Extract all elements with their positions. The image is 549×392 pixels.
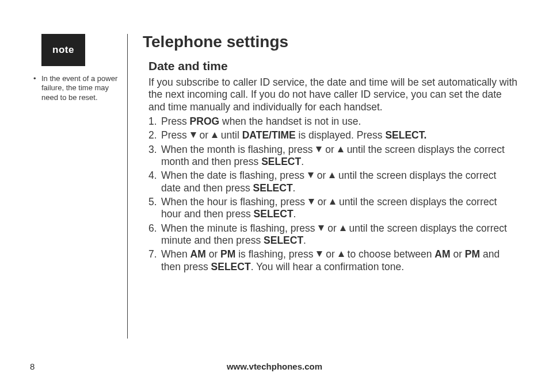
text: or bbox=[197, 129, 211, 141]
step-body: When the date is flashing, press or unti… bbox=[161, 170, 518, 194]
down-arrow-icon bbox=[308, 172, 314, 178]
step-number: 7. bbox=[148, 248, 161, 273]
down-arrow-icon bbox=[317, 251, 322, 257]
down-arrow-icon bbox=[316, 147, 322, 152]
step-body: When the minute is flashing, press or un… bbox=[161, 222, 518, 247]
text: When the month is flashing, press bbox=[161, 144, 315, 155]
text: Press bbox=[161, 129, 190, 141]
key-am: AM bbox=[434, 248, 450, 260]
key-datetime: DATE/TIME bbox=[242, 129, 296, 141]
footer-url: www.vtechphones.com bbox=[40, 362, 509, 371]
up-arrow-icon bbox=[212, 132, 218, 138]
down-arrow-icon bbox=[190, 132, 196, 138]
text: or bbox=[323, 248, 337, 260]
key-pm: PM bbox=[220, 248, 235, 260]
intro-paragraph: If you subscribe to caller ID service, t… bbox=[148, 76, 518, 113]
main-content: Telephone settings Date and time If you … bbox=[143, 32, 520, 339]
section-title: Date and time bbox=[148, 59, 520, 73]
text: . You will hear a confirmation tone. bbox=[251, 261, 405, 272]
text: or bbox=[325, 222, 339, 234]
up-arrow-icon bbox=[329, 172, 335, 178]
page-footer: 8 www.vtechphones.com bbox=[0, 362, 549, 371]
step-number: 6. bbox=[148, 222, 161, 247]
step-2: 2. Press or until DATE/TIME is displayed… bbox=[148, 129, 518, 141]
down-arrow-icon bbox=[308, 199, 314, 205]
text: or bbox=[322, 144, 337, 155]
page-title: Telephone settings bbox=[143, 33, 520, 51]
text: to choose between bbox=[345, 248, 435, 260]
text: is displayed. Press bbox=[296, 129, 386, 141]
text: until bbox=[218, 129, 242, 141]
step-body: Press PROG when the handset is not in us… bbox=[161, 116, 518, 128]
key-select: SELECT bbox=[254, 208, 293, 220]
step-number: 3. bbox=[148, 144, 161, 168]
step-body: When the month is flashing, press or unt… bbox=[161, 144, 518, 168]
text: When the minute is flashing, press bbox=[161, 222, 318, 234]
up-arrow-icon bbox=[340, 225, 346, 231]
up-arrow-icon bbox=[338, 251, 344, 257]
key-select: SELECT bbox=[264, 235, 303, 246]
step-7: 7. When AM or PM is flashing, press or t… bbox=[148, 248, 518, 273]
note-item: • In the event of a power failure, the t… bbox=[33, 74, 118, 102]
text: when the handset is not in use. bbox=[219, 116, 361, 127]
step-number: 1. bbox=[148, 116, 161, 128]
step-number: 4. bbox=[148, 170, 161, 194]
text: or bbox=[315, 196, 329, 207]
note-sidebar: note • In the event of a power failure, … bbox=[29, 32, 124, 339]
two-column-layout: note • In the event of a power failure, … bbox=[29, 32, 520, 339]
key-select: SELECT bbox=[253, 182, 293, 194]
step-number: 2. bbox=[148, 129, 161, 141]
down-arrow-icon bbox=[318, 225, 324, 231]
text: When bbox=[161, 248, 190, 260]
key-prog: PROG bbox=[190, 116, 220, 127]
step-body: When the hour is flashing, press or unti… bbox=[161, 196, 518, 221]
vertical-divider bbox=[127, 34, 128, 339]
text: Press bbox=[161, 116, 190, 127]
up-arrow-icon bbox=[330, 199, 336, 205]
up-arrow-icon bbox=[338, 147, 344, 152]
step-3: 3. When the month is flashing, press or … bbox=[148, 144, 518, 168]
bullet-icon: • bbox=[33, 74, 41, 102]
text: When the date is flashing, press bbox=[161, 170, 307, 181]
key-pm: PM bbox=[465, 248, 480, 260]
page-number: 8 bbox=[0, 362, 40, 371]
text: is flashing, press bbox=[235, 248, 316, 260]
text: When the hour is flashing, press bbox=[161, 196, 308, 207]
text: or bbox=[206, 248, 220, 260]
note-list: • In the event of a power failure, the t… bbox=[29, 74, 118, 102]
text: or bbox=[314, 170, 329, 181]
note-text: In the event of a power failure, the tim… bbox=[41, 74, 118, 102]
step-5: 5. When the hour is flashing, press or u… bbox=[148, 196, 518, 221]
manual-page: note • In the event of a power failure, … bbox=[0, 0, 549, 392]
step-number: 5. bbox=[148, 196, 161, 221]
key-select: SELECT bbox=[211, 261, 251, 272]
key-select: SELECT. bbox=[385, 129, 426, 141]
key-select: SELECT bbox=[261, 156, 301, 167]
steps-list: 1. Press PROG when the handset is not in… bbox=[148, 116, 518, 273]
key-am: AM bbox=[190, 248, 206, 260]
step-body: Press or until DATE/TIME is displayed. P… bbox=[161, 129, 518, 141]
note-badge: note bbox=[41, 34, 85, 66]
step-body: When AM or PM is flashing, press or to c… bbox=[161, 248, 518, 273]
step-1: 1. Press PROG when the handset is not in… bbox=[148, 116, 518, 128]
text: or bbox=[451, 248, 465, 260]
step-6: 6. When the minute is flashing, press or… bbox=[148, 222, 518, 247]
step-4: 4. When the date is flashing, press or u… bbox=[148, 170, 518, 194]
